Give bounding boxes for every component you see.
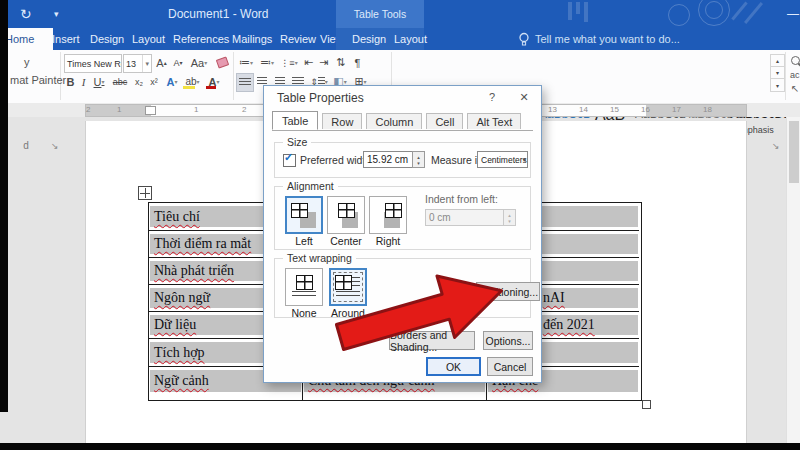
table-align-right-icon [374, 202, 402, 229]
clear-formatting-button[interactable] [214, 54, 230, 71]
ruler-number: 2 [242, 105, 246, 114]
decorative-bar [744, 2, 763, 24]
alignment-group: Alignment Left Center Right Indent from … [274, 186, 531, 250]
dialog-tab-alttext[interactable]: Alt Text [467, 113, 521, 129]
table-align-center-icon [332, 202, 360, 229]
multilevel-list-button[interactable]: ⋮≡▾ [279, 54, 299, 71]
align-center-option[interactable] [327, 196, 365, 234]
dialog-tab-column[interactable]: Column [366, 113, 422, 129]
align-left-option[interactable] [285, 196, 323, 234]
tab-insert[interactable]: Insert [52, 28, 80, 50]
tab-layout[interactable]: Layout [132, 28, 165, 50]
table-align-left-icon [290, 202, 318, 229]
ruler-number: 15 [610, 105, 619, 114]
undo-icon[interactable]: ↻ [20, 0, 32, 28]
bullets-button[interactable]: ≔▾ [237, 54, 255, 71]
italic-button[interactable]: I [78, 73, 89, 90]
indent-spinner[interactable]: ▴▾ [503, 209, 516, 226]
styles-gallery-more[interactable]: ▾ [770, 78, 785, 92]
underline-button[interactable]: U▾ [90, 73, 108, 90]
window-title: Document1 - Word [168, 0, 268, 28]
ruler-number: 1 [194, 105, 198, 114]
shrink-font-button[interactable]: A▾ [171, 54, 185, 71]
ruler-number: 17 [672, 105, 681, 114]
align-right-option[interactable] [369, 196, 407, 234]
measure-in-dropdown[interactable]: Centimeters ▾ [477, 151, 528, 168]
numbering-button[interactable]: ≕▾ [258, 54, 276, 71]
help-button[interactable]: ? [477, 86, 507, 108]
tab-table-layout[interactable]: Layout [394, 28, 427, 50]
size-group: Size ✓ Preferred width: 15.92 cm ▴▾ Meas… [274, 142, 531, 178]
font-color-button[interactable]: A▾ [205, 73, 223, 90]
minimize-button[interactable]: — [787, 0, 799, 28]
scrollbar-thumb[interactable] [789, 121, 799, 183]
table-tools-label: Table Tools [336, 0, 424, 28]
word-window: ↻ ▾ Document1 - Word Table Tools — Home … [0, 0, 800, 450]
table-move-handle[interactable] [138, 186, 152, 200]
letterbox-left [0, 0, 8, 412]
dialog-tab-cell[interactable]: Cell [426, 113, 463, 129]
table-resize-handle[interactable] [642, 400, 651, 409]
font-family-combo[interactable]: Times New Ro ▾ [64, 54, 122, 73]
tab-table-design[interactable]: Design [352, 28, 386, 50]
lightbulb-icon [518, 32, 530, 47]
ruler-number: 1 [117, 105, 121, 114]
decorative-bar [568, 2, 572, 20]
tell-me-box[interactable]: Tell me what you want to do... [535, 28, 680, 50]
tab-mailings[interactable]: Mailings [232, 28, 272, 50]
dialog-tab-table[interactable]: Table [272, 111, 318, 130]
sort-button[interactable]: ⇅ [333, 54, 348, 71]
styles-dialog-launcher[interactable]: ↘ [772, 141, 780, 151]
ribbon-tab-row: Home Insert Design Layout References Mai… [8, 28, 800, 50]
decorative-bar [576, 2, 580, 14]
title-bar: ↻ ▾ Document1 - Word Table Tools — [8, 0, 800, 28]
copy-button[interactable]: y [24, 56, 30, 68]
size-group-label: Size [283, 136, 311, 148]
indent-from-left-input[interactable]: 0 cm [425, 209, 504, 226]
alignment-group-label: Alignment [283, 180, 338, 192]
find-search-icon[interactable] [791, 56, 800, 65]
text-effects-button[interactable]: A▾ [164, 73, 180, 90]
preferred-width-spinner[interactable]: ▴▾ [412, 151, 425, 168]
grow-font-button[interactable]: A▴ [154, 54, 169, 71]
decrease-indent-button[interactable]: ⇤ [302, 54, 315, 71]
ruler-number: 16 [641, 105, 650, 114]
ruler-number: 13 [548, 105, 557, 114]
tab-design[interactable]: Design [90, 28, 124, 50]
dialog-tab-strip: Table Row Column Cell Alt Text [272, 111, 533, 131]
letterbox-bottom [0, 443, 800, 450]
pilcrow-button[interactable]: ¶ [351, 54, 364, 71]
ruler-margin-marker[interactable] [145, 106, 156, 115]
tab-references[interactable]: References [173, 28, 229, 50]
change-case-button[interactable]: Aa▾ [188, 54, 210, 71]
annotation-arrow [300, 245, 520, 365]
increase-indent-button[interactable]: ⇥ [317, 54, 330, 71]
customize-quick-access-icon[interactable]: ▾ [54, 0, 59, 28]
close-icon[interactable]: ✕ [509, 86, 539, 108]
strikethrough-button[interactable]: abc [110, 73, 130, 90]
chevron-down-icon: ▾ [523, 156, 526, 163]
vertical-scrollbar[interactable] [786, 117, 800, 443]
format-painter-button[interactable]: mat Painter [10, 74, 66, 86]
select-arrow-icon[interactable]: ↖ [791, 83, 799, 94]
bold-button[interactable]: B [64, 73, 77, 90]
text-highlight-button[interactable]: ab▾ [182, 73, 203, 90]
indent-from-left-label: Indent from left: [425, 193, 498, 205]
font-size-combo[interactable]: 13 ▾ [123, 54, 152, 73]
table-tools-chip: Table Tools [336, 0, 424, 28]
tab-home[interactable]: Home [8, 28, 53, 50]
clipboard-group-label: d [18, 140, 34, 151]
superscript-button[interactable]: x² [147, 73, 161, 90]
tab-review[interactable]: Review [280, 28, 316, 50]
subscript-button[interactable]: x₂ [132, 73, 146, 90]
dialog-tab-row[interactable]: Row [322, 113, 362, 129]
align-left-button[interactable] [236, 73, 254, 92]
clipboard-dialog-launcher[interactable]: ↘ [51, 141, 59, 151]
preferred-width-checkbox[interactable]: ✓ [283, 154, 296, 167]
preferred-width-input[interactable]: 15.92 cm [363, 151, 413, 168]
dialog-title: Table Properties [277, 91, 364, 105]
replace-icon[interactable]: ac [790, 70, 800, 80]
decorative-bar [731, 2, 747, 21]
decorative-circle [705, 1, 723, 19]
chevron-down-icon: ▾ [142, 55, 151, 72]
